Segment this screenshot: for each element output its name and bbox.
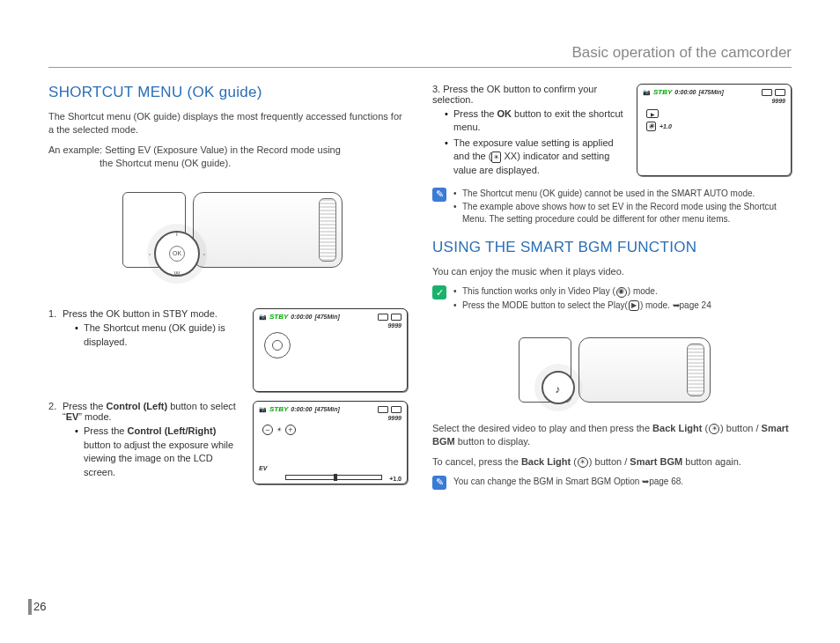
left-column: SHORTCUT MENU (OK guide) The Shortcut me… [48, 84, 408, 506]
lcd-screenshot-2: 📷 STBY 0:00:00 [475Min] 9999 − ☀ [253, 401, 408, 484]
joywheel-left: ◦ [149, 251, 151, 257]
ev-minus-icon: − [262, 425, 273, 435]
note-icon: ✎ [432, 188, 446, 202]
section-title-shortcut: SHORTCUT MENU (OK guide) [48, 84, 408, 101]
note3-text: You can change the BGM in Smart BGM Opti… [453, 476, 683, 488]
step3-text: Press the OK button to confirm your sele… [432, 84, 597, 105]
note-icon: ✎ [432, 476, 446, 490]
backlight-icon: ☀ [578, 457, 588, 468]
step1-text: Press the OK button in STBY mode. [63, 308, 217, 319]
note2-item2: Press the MODE button to select the Play… [453, 299, 792, 312]
step-3: 3. Press the OK button to confirm your s… [432, 84, 792, 179]
resolution: [475Min] [314, 314, 339, 320]
card-icon [378, 406, 388, 413]
step3-bullet2: The exposure value setting is applied an… [445, 137, 628, 177]
ev-indicator-icon: ☀ [491, 152, 501, 163]
page-bar [28, 599, 32, 615]
battery-icon [775, 89, 785, 96]
resolution: [475Min] [314, 406, 339, 412]
card-icon [762, 89, 772, 96]
camcorder-figure: T W ◦ ◦ [105, 174, 351, 298]
counter: 9999 [259, 415, 402, 421]
joywheel-right: ◦ [203, 251, 205, 257]
step2-text: Press the Control (Left) button to selec… [63, 401, 236, 422]
battery-icon [391, 406, 402, 413]
section-title-bgm: USING THE SMART BGM FUNCTION [432, 239, 792, 256]
resolution: [475Min] [698, 89, 723, 95]
ev-sun-icon: ☀ [276, 426, 282, 433]
camcorder-body-shape [193, 192, 343, 268]
cam-icon: 📷 [643, 89, 651, 96]
steps-list: Press the OK button in STBY mode. The Sh… [48, 308, 408, 484]
joywheel-w: W [174, 270, 181, 277]
ev-readout-value: +1.0 [659, 123, 672, 129]
example-line2: the Shortcut menu (OK guide). [48, 157, 408, 170]
page-number: 26 [33, 600, 46, 613]
ev-label: EV [259, 465, 267, 471]
page-title: Basic operation of the camcorder [572, 44, 792, 61]
ev-bar [285, 475, 382, 480]
timecode: 0:00:00 [291, 406, 312, 412]
bgm-para-1: Select the desired video to play and the… [432, 422, 792, 448]
stby-label: STBY [269, 405, 288, 413]
step-2: Press the Control (Left) button to selec… [48, 401, 408, 484]
camcorder-figure-2: ♪ [506, 325, 718, 413]
intro-text: The Shortcut menu (OK guide) displays th… [48, 110, 408, 137]
ev-sun-icon: ☀ [646, 122, 656, 131]
example-text: An example: Setting EV (Exposure Value) … [48, 144, 408, 170]
step1-bullet1: The Shortcut menu (OK guide) is displaye… [75, 322, 244, 349]
camcorder-body-shape [578, 337, 711, 403]
note-box-2: ✓ This function works only in Video Play… [432, 285, 792, 313]
stby-label: STBY [269, 313, 288, 321]
page-ref: ➥page 24 [673, 300, 711, 310]
cam-icon: 📷 [259, 314, 267, 321]
right-column: 3. Press the OK button to confirm your s… [432, 84, 792, 506]
stby-label: STBY [653, 88, 672, 96]
cam-icon: 📷 [259, 406, 267, 413]
backlight-icon: ☀ [709, 424, 719, 434]
check-icon: ✓ [432, 285, 446, 299]
ev-value: +1.0 [389, 476, 402, 482]
example-line1: An example: Setting EV (Exposure Value) … [48, 144, 341, 155]
bgm-para-2: To cancel, press the Back Light (☀) butt… [432, 455, 792, 469]
play-mode-icon: ▶ [629, 300, 639, 311]
dpad-icon [264, 332, 291, 358]
ev-plus-icon: + [285, 425, 296, 435]
step3-bullet1: Press the OK button to exit the shortcut… [445, 107, 628, 135]
note1-item2: The example above shows how to set EV in… [453, 201, 792, 225]
play-icon: ▶ [646, 109, 659, 118]
video-play-icon: ◉ [616, 287, 627, 298]
page-header: Basic operation of the camcorder [48, 44, 792, 68]
timecode: 0:00:00 [674, 89, 696, 95]
note2-item1: This function works only in Video Play (… [453, 285, 792, 298]
note-box-1: ✎ The Shortcut menu (OK guide) cannot be… [432, 188, 792, 227]
card-icon [378, 314, 388, 321]
counter: 9999 [259, 322, 402, 329]
step3-number: 3. [432, 84, 440, 94]
battery-icon [391, 314, 402, 321]
joywheel-icon: T W ◦ ◦ [154, 231, 200, 277]
note-box-3: ✎ You can change the BGM in Smart BGM Op… [432, 476, 792, 495]
lcd-screenshot-3: 📷 STBY 0:00:00 [475Min] 9999 ▶ ☀ +1.0 [637, 84, 792, 176]
step2-bullet1: Press the Control (Left/Right) button to… [75, 425, 244, 479]
music-icon: ♪ [555, 383, 560, 395]
lcd-screenshot-1: 📷 STBY 0:00:00 [475Min] 9999 [253, 308, 408, 392]
joywheel-t: T [175, 231, 179, 237]
bgm-intro: You can enjoy the music when it plays vi… [432, 265, 792, 278]
timecode: 0:00:00 [291, 314, 312, 320]
note1-item1: The Shortcut menu (OK guide) cannot be u… [453, 188, 792, 200]
step-1: Press the OK button in STBY mode. The Sh… [48, 308, 408, 392]
counter: 9999 [643, 98, 785, 104]
